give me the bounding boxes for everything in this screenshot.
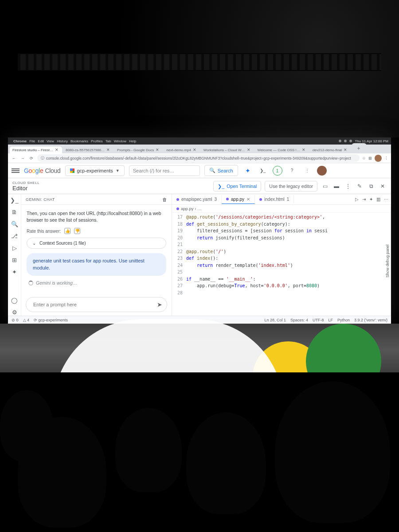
layout-toggle-icon[interactable]: ▭ — [321, 183, 329, 189]
open-new-icon[interactable]: ⧉ — [367, 183, 375, 189]
forward-button[interactable]: → — [20, 156, 26, 160]
extensions-icon[interactable]: ⊞ — [368, 156, 372, 160]
gemini-chat-panel: GEMINI: CHAT 🗑 Then, you can open the ro… — [21, 194, 172, 316]
status-indent[interactable]: Spaces: 4 — [290, 318, 308, 322]
sparkle-icon[interactable]: ✦ — [369, 197, 373, 202]
bookmark-star-icon[interactable]: ☆ — [362, 156, 366, 160]
explorer-rail-icon[interactable]: 🗎 — [12, 209, 17, 215]
mac-menu-bookmarks[interactable]: Bookmarks — [70, 139, 88, 143]
browser-tab[interactable]: next-demo.mp4✕ — [164, 146, 200, 153]
tab-filename: app.py — [231, 197, 244, 202]
notifications-badge[interactable]: 1 — [273, 166, 282, 176]
status-language[interactable]: Python — [337, 318, 350, 322]
editor-tab[interactable]: enapispec.yaml3 — [172, 195, 222, 203]
chrome-menu-icon[interactable]: ⋮ — [384, 156, 388, 160]
more-icon[interactable]: ⋮ — [302, 165, 313, 176]
legacy-editor-button[interactable]: Use the legacy editor — [265, 181, 317, 192]
status-project[interactable]: ⟳ gcp-experiments — [34, 318, 68, 322]
debug-panel-toggle[interactable]: Show debug panel — [384, 207, 391, 316]
edit-icon[interactable]: ✎ — [356, 183, 364, 189]
back-button[interactable]: ← — [11, 156, 17, 160]
cloud-shell-icon[interactable]: ❯_ — [258, 165, 268, 176]
code-editor: enapispec.yaml3app.py✕index.html1 ▷ ⇥ ✦ … — [172, 194, 391, 316]
panel-layout-icon[interactable]: ▥ — [376, 197, 380, 202]
gemini-chat-tab[interactable]: GEMINI: CHAT — [26, 197, 55, 202]
mac-menu-view[interactable]: View — [47, 139, 54, 143]
open-terminal-button[interactable]: ❯_ Open Terminal — [213, 181, 261, 192]
editor-tab[interactable]: app.py✕ — [222, 195, 255, 204]
project-icon — [70, 168, 74, 173]
console-search-input[interactable]: Search (/) for res… — [129, 165, 200, 176]
run-icon[interactable]: ▷ — [355, 197, 359, 202]
context-sources-toggle[interactable]: ⌄ Context Sources (1 file) — [27, 238, 166, 249]
editor-tab[interactable]: index.html1 — [255, 195, 294, 203]
close-tab-icon[interactable]: ✕ — [106, 148, 110, 152]
terminal-rail-icon[interactable]: ❯_ — [10, 197, 18, 203]
reload-button[interactable]: ⟳ — [28, 156, 35, 160]
status-eol[interactable]: LF — [328, 318, 333, 322]
new-chat-icon[interactable]: 🗑 — [162, 197, 167, 202]
browser-tab[interactable]: dev212-demo-final✕ — [310, 146, 351, 153]
debug-rail-icon[interactable]: ▷ — [12, 245, 17, 251]
close-tab-icon[interactable]: ✕ — [302, 148, 305, 152]
mac-menu-help[interactable]: Help — [129, 139, 136, 143]
code-content[interactable]: @app.route('/sessions/categories/<string… — [186, 213, 391, 316]
terminal-icon: ❯_ — [218, 184, 224, 189]
browser-tab[interactable]: 8080-cs-55756157986…✕ — [63, 146, 113, 153]
status-encoding[interactable]: UTF-8 — [313, 318, 324, 322]
extensions-rail-icon[interactable]: ⊞ — [12, 257, 17, 263]
google-cloud-logo[interactable]: GoogleCloud — [24, 167, 61, 174]
account-avatar[interactable] — [317, 166, 327, 176]
close-tab-icon[interactable]: ✕ — [344, 148, 347, 152]
status-errors[interactable]: ⊘ 0 — [12, 318, 19, 322]
gemini-rail-icon[interactable]: ✦ — [12, 269, 17, 275]
prompt-input-row: ➤ — [26, 297, 167, 312]
search-rail-icon[interactable]: 🔍 — [11, 221, 18, 227]
close-tab-icon[interactable]: ✕ — [156, 148, 159, 152]
profile-avatar[interactable] — [375, 155, 382, 162]
browser-tab[interactable]: Firestore studio – Firest…✕ — [10, 146, 62, 153]
help-icon[interactable]: ? — [287, 165, 297, 176]
tab-title: dev212-demo-final — [313, 148, 342, 152]
browser-toolbar: ← → ⟳ ⓘ console.cloud.google.com/firesto… — [8, 153, 391, 163]
mac-menu-history[interactable]: History — [57, 139, 68, 143]
close-tab-icon[interactable]: ✕ — [193, 148, 196, 152]
more-icon[interactable]: ⋯ — [384, 197, 388, 202]
console-search-button[interactable]: 🔍 Search — [204, 165, 238, 176]
nav-menu-button[interactable] — [12, 168, 20, 173]
gemini-sparkle-icon[interactable]: ✦ — [243, 165, 253, 176]
account-rail-icon[interactable]: ◯ — [11, 297, 18, 304]
close-tab-icon[interactable]: ✕ — [247, 148, 250, 152]
projected-browser-window: Chrome File Edit View History Bookmarks … — [8, 137, 391, 324]
prompt-input[interactable] — [33, 302, 157, 307]
mac-menu-window[interactable]: Window — [114, 139, 126, 143]
breadcrumb[interactable]: app.py › … — [172, 205, 391, 213]
spinner-icon — [28, 281, 33, 286]
address-bar[interactable]: ⓘ console.cloud.google.com/firestore/dat… — [37, 154, 360, 162]
assistant-message: Then, you can open the root URL (http://… — [27, 210, 166, 223]
close-tab-icon[interactable]: ✕ — [55, 148, 59, 152]
mac-menu-file[interactable]: File — [29, 139, 35, 143]
mac-menu-profiles[interactable]: Profiles — [91, 139, 103, 143]
close-icon[interactable]: ✕ — [379, 183, 387, 189]
new-tab-button[interactable]: ＋ — [352, 143, 367, 153]
settings-rail-icon[interactable]: ⚙ — [12, 309, 17, 316]
more-icon[interactable]: ⋮ — [344, 183, 352, 189]
split-icon[interactable]: ⇥ — [362, 197, 366, 202]
layout-toggle-icon[interactable]: ▬ — [332, 183, 340, 189]
status-interpreter[interactable]: 3.9.2 ('venv': venv) — [354, 318, 387, 322]
mac-menu-edit[interactable]: Edit — [38, 139, 44, 143]
thumbs-up-button[interactable]: 👍 — [64, 228, 70, 234]
browser-tab[interactable]: Prompts - Google Docs✕ — [114, 146, 163, 153]
source-control-rail-icon[interactable]: ⎇ — [11, 233, 18, 239]
browser-tab[interactable]: Welcome — Code OSS !…✕ — [255, 146, 309, 153]
thumbs-down-button[interactable]: 👎 — [74, 228, 80, 234]
project-picker[interactable]: gcp-experiments ▼ — [65, 165, 125, 176]
cloud-shell-eyebrow: CLOUD SHELL — [12, 181, 39, 185]
send-button[interactable]: ➤ — [157, 301, 162, 308]
status-warnings[interactable]: △ 4 — [23, 318, 30, 322]
status-cursor[interactable]: Ln 28, Col 1 — [264, 318, 286, 322]
mac-menu-tab[interactable]: Tab — [106, 139, 111, 143]
close-tab-icon[interactable]: ✕ — [246, 197, 250, 202]
browser-tab[interactable]: Workstations – Cloud W…✕ — [201, 146, 254, 153]
